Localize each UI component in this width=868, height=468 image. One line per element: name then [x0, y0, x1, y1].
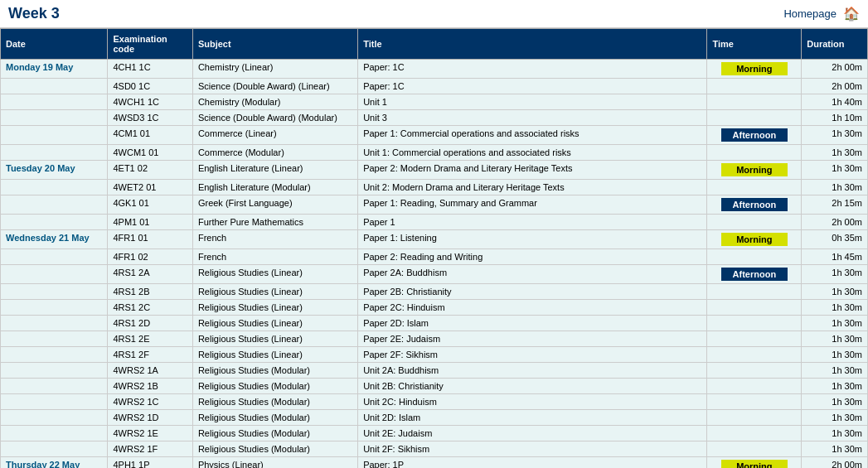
cell-title: Paper 2: Reading and Writing [358, 249, 707, 265]
cell-exam-code: 4PM1 01 [108, 215, 192, 230]
cell-title: Paper 2B: Christianity [358, 284, 707, 300]
cell-exam-code: 4RS1 2C [108, 300, 192, 316]
cell-time [707, 347, 802, 363]
table-row: 4FR1 02FrenchPaper 2: Reading and Writin… [1, 249, 868, 265]
cell-time: Morning [707, 457, 802, 469]
table-row: 4WCH1 1CChemistry (Modular)Unit 11h 40m [1, 94, 868, 110]
cell-title: Unit 1 [358, 94, 707, 110]
cell-exam-code: 4RS1 2A [108, 265, 192, 284]
table-row: 4WRS2 1AReligious Studies (Modular)Unit … [1, 363, 868, 379]
home-icon[interactable]: 🏠 [843, 6, 860, 22]
cell-exam-code: 4CM1 01 [108, 126, 192, 145]
cell-date [1, 394, 108, 410]
cell-subject: Science (Double Award) (Modular) [192, 110, 357, 126]
cell-subject: Chemistry (Linear) [192, 60, 357, 79]
cell-exam-code: 4WRS2 1B [108, 379, 192, 394]
cell-time [707, 94, 802, 110]
time-morning-badge: Morning [721, 163, 788, 176]
cell-date [1, 195, 108, 215]
cell-subject: English Literature (Modular) [192, 180, 357, 195]
cell-title: Paper 1 [358, 215, 707, 230]
cell-duration: 1h 30m [802, 265, 868, 284]
cell-duration: 1h 30m [802, 347, 868, 363]
cell-time [707, 300, 802, 316]
cell-subject: English Literature (Linear) [192, 161, 357, 180]
cell-exam-code: 4FR1 01 [108, 230, 192, 249]
cell-time [707, 145, 802, 161]
cell-exam-code: 4CH1 1C [108, 60, 192, 79]
table-row: 4WCM1 01Commerce (Modular)Unit 1: Commer… [1, 145, 868, 161]
cell-title: Unit 2A: Buddhism [358, 363, 707, 379]
cell-date [1, 410, 108, 426]
cell-exam-code: 4WRS2 1F [108, 441, 192, 457]
cell-duration: 1h 45m [802, 249, 868, 265]
cell-title: Paper 1: Commercial operations and assoc… [358, 126, 707, 145]
cell-exam-code: 4GK1 01 [108, 195, 192, 215]
cell-title: Unit 2C: Hinduism [358, 394, 707, 410]
cell-title: Paper 1: Reading, Summary and Grammar [358, 195, 707, 215]
table-row: 4RS1 2CReligious Studies (Linear)Paper 2… [1, 300, 868, 316]
cell-title: Unit 2D: Islam [358, 410, 707, 426]
cell-title: Paper 2: Modern Drama and Literary Herit… [358, 161, 707, 180]
time-morning-badge: Morning [721, 233, 788, 246]
cell-duration: 1h 30m [802, 331, 868, 347]
time-morning-badge: Morning [721, 62, 788, 75]
cell-title: Paper 2F: Sikhism [358, 347, 707, 363]
cell-time [707, 180, 802, 195]
cell-duration: 1h 10m [802, 110, 868, 126]
cell-subject: Further Pure Mathematics [192, 215, 357, 230]
col-header-subject: Subject [192, 29, 357, 60]
cell-date: Thursday 22 May [1, 457, 108, 469]
cell-date [1, 363, 108, 379]
cell-exam-code: 4WRS2 1A [108, 363, 192, 379]
table-row: 4RS1 2BReligious Studies (Linear)Paper 2… [1, 284, 868, 300]
schedule-table: Date Examination code Subject Title Time… [0, 28, 868, 468]
cell-time: Morning [707, 161, 802, 180]
col-header-title: Title [358, 29, 707, 60]
cell-title: Paper: 1P [358, 457, 707, 469]
cell-subject: Religious Studies (Modular) [192, 363, 357, 379]
cell-duration: 1h 30m [802, 394, 868, 410]
cell-duration: 1h 40m [802, 94, 868, 110]
table-row: 4WRS2 1DReligious Studies (Modular)Unit … [1, 410, 868, 426]
cell-title: Paper: 1C [358, 60, 707, 79]
table-row: 4RS1 2DReligious Studies (Linear)Paper 2… [1, 316, 868, 331]
cell-subject: Physics (Linear) [192, 457, 357, 469]
cell-duration: 1h 30m [802, 410, 868, 426]
cell-subject: Religious Studies (Linear) [192, 284, 357, 300]
cell-date: Wednesday 21 May [1, 230, 108, 249]
table-row: Tuesday 20 May4ET1 02English Literature … [1, 161, 868, 180]
cell-title: Paper: 1C [358, 79, 707, 94]
cell-time [707, 215, 802, 230]
page-title: Week 3 [8, 5, 60, 22]
cell-date [1, 215, 108, 230]
cell-date [1, 265, 108, 284]
cell-subject: Commerce (Linear) [192, 126, 357, 145]
cell-duration: 1h 30m [802, 284, 868, 300]
time-afternoon-badge: Afternoon [721, 198, 788, 211]
cell-duration: 1h 30m [802, 426, 868, 441]
cell-subject: Religious Studies (Linear) [192, 300, 357, 316]
table-row: 4GK1 01Greek (First Language)Paper 1: Re… [1, 195, 868, 215]
table-row: 4WRS2 1FReligious Studies (Modular)Unit … [1, 441, 868, 457]
table-row: 4PM1 01Further Pure MathematicsPaper 12h… [1, 215, 868, 230]
cell-exam-code: 4RS1 2F [108, 347, 192, 363]
cell-date [1, 426, 108, 441]
cell-date [1, 316, 108, 331]
cell-date [1, 110, 108, 126]
cell-duration: 2h 00m [802, 457, 868, 469]
cell-exam-code: 4FR1 02 [108, 249, 192, 265]
cell-date: Tuesday 20 May [1, 161, 108, 180]
cell-time [707, 441, 802, 457]
cell-date [1, 126, 108, 145]
cell-time: Afternoon [707, 126, 802, 145]
homepage-link[interactable]: Homepage [783, 7, 836, 20]
cell-duration: 1h 30m [802, 316, 868, 331]
cell-exam-code: 4SD0 1C [108, 79, 192, 94]
cell-duration: 1h 30m [802, 145, 868, 161]
cell-time: Morning [707, 230, 802, 249]
cell-exam-code: 4RS1 2B [108, 284, 192, 300]
cell-subject: French [192, 230, 357, 249]
cell-date [1, 284, 108, 300]
cell-exam-code: 4WRS2 1E [108, 426, 192, 441]
